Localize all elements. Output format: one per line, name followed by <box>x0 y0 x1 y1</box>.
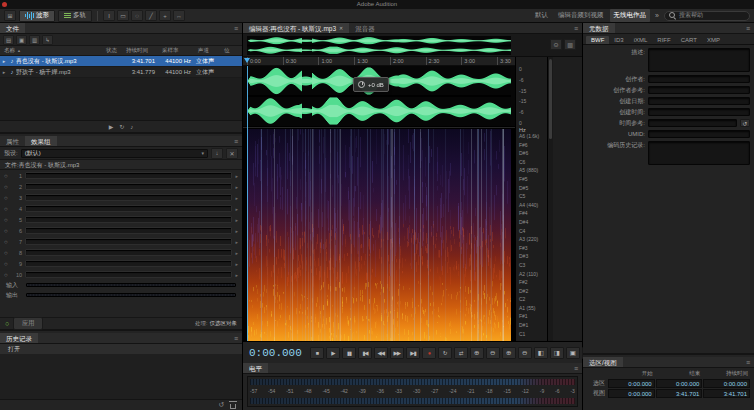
chevron-right-icon[interactable]: ▸ <box>235 261 238 267</box>
tab-selection-view[interactable]: 选区/视图 <box>583 357 623 367</box>
effect-slot-box[interactable] <box>25 205 232 212</box>
file-row[interactable]: ▸♪野孩子 - 杨千嬅.mp33:41.77944100 Hz立体声 <box>0 67 242 78</box>
file-autoplay-button[interactable]: ♪ <box>130 124 133 130</box>
column-header-status[interactable]: 状态 <box>102 47 122 54</box>
effect-slot-box[interactable] <box>25 216 232 223</box>
effect-slot[interactable]: ○1▸ <box>0 170 242 181</box>
waveform-display[interactable]: +0 dB <box>243 66 515 126</box>
effect-slot[interactable]: ○10▸ <box>0 269 242 280</box>
file-row[interactable]: ▸♪再也没有 - 耿斯汉.mp33:41.70144100 Hz立体声 <box>0 56 242 67</box>
tab-files[interactable]: 文件 <box>0 23 25 33</box>
insert-into-multitrack-icon[interactable]: ↳ <box>42 35 53 45</box>
paintbrush-selection-tool[interactable]: ╱ <box>145 10 157 21</box>
tab-mixer[interactable]: 混音器 <box>349 23 381 33</box>
stop-button[interactable]: ■ <box>310 347 324 359</box>
tab-metadata[interactable]: 元数据 <box>583 23 615 33</box>
metadata-tab-ixml[interactable]: iXML <box>629 36 653 44</box>
column-header-sample-rate[interactable]: 采样率 <box>158 47 194 54</box>
workspace-radio-production[interactable]: 无线电作品 <box>610 9 651 22</box>
effect-slot-box[interactable] <box>25 227 232 234</box>
disclosure-icon[interactable]: ▸ <box>0 69 8 75</box>
selection-time-value[interactable]: 0:00.000 <box>656 379 703 388</box>
tab-editor[interactable]: 编辑器:再也没有 - 耿斯汉.mp3✕ <box>243 23 349 33</box>
process-value-dropdown[interactable]: 仅选区对象 <box>210 320 238 327</box>
zoom-out-time-button[interactable]: ⊖ <box>486 347 500 359</box>
zoom-selection-left-button[interactable]: ◧ <box>534 347 548 359</box>
playhead-handle-icon[interactable] <box>244 58 250 63</box>
panel-menu-icon[interactable]: ≡ <box>742 23 754 33</box>
save-preset-icon[interactable]: ↓ <box>211 148 223 159</box>
effect-slot[interactable]: ○7▸ <box>0 236 242 247</box>
effect-slot-box[interactable] <box>25 194 232 201</box>
spectrogram-canvas[interactable] <box>247 129 511 341</box>
volume-knob-icon[interactable] <box>358 81 365 88</box>
tab-properties[interactable]: 属性 <box>0 136 25 146</box>
power-icon[interactable]: ○ <box>4 206 11 212</box>
power-icon[interactable]: ○ <box>4 261 11 267</box>
workspace-overflow-button[interactable]: » <box>653 12 661 19</box>
effect-slot[interactable]: ○2▸ <box>0 181 242 192</box>
chevron-right-icon[interactable]: ▸ <box>235 250 238 256</box>
workspace-default[interactable]: 默认 <box>531 9 552 22</box>
origination-date-field[interactable] <box>648 97 750 105</box>
view-time-value[interactable]: 3:41.701 <box>656 389 703 398</box>
rewind-button[interactable]: ◀◀ <box>374 347 388 359</box>
chevron-right-icon[interactable]: ▸ <box>235 272 238 278</box>
rack-power-toggle[interactable]: ○ <box>5 318 9 330</box>
reset-icon[interactable]: ↺ <box>740 119 750 127</box>
fast-forward-button[interactable]: ▶▶ <box>390 347 404 359</box>
metadata-tab-id3[interactable]: ID3 <box>609 36 628 44</box>
overview-settings-icon[interactable]: ▥ <box>564 39 576 50</box>
vertical-scale-ruler[interactable]: 0-6-15-15-60 Hz A6 (1.6k)F#6D#6C6A5 (880… <box>515 57 547 341</box>
panel-menu-icon[interactable]: ≡ <box>230 23 242 33</box>
zoom-out-amplitude-button[interactable]: ⊖ <box>518 347 532 359</box>
skip-forward-button[interactable]: ▶▮ <box>406 347 420 359</box>
chevron-right-icon[interactable]: ▸ <box>235 195 238 201</box>
view-time-value[interactable]: 0:00.000 <box>608 389 655 398</box>
chevron-right-icon[interactable]: ▸ <box>235 228 238 234</box>
umid-field[interactable] <box>648 130 750 138</box>
close-icon[interactable]: ✕ <box>339 23 343 33</box>
import-file-icon[interactable]: ▤ <box>3 35 14 45</box>
pause-button[interactable]: ▮▮ <box>342 347 356 359</box>
panel-menu-icon[interactable]: ≡ <box>570 23 582 33</box>
originator-reference-field[interactable] <box>648 86 750 94</box>
effect-slot[interactable]: ○8▸ <box>0 247 242 258</box>
effect-slot[interactable]: ○5▸ <box>0 214 242 225</box>
effect-slot-box[interactable] <box>25 172 232 179</box>
trash-icon[interactable] <box>230 404 236 409</box>
lasso-selection-tool[interactable]: ◌ <box>131 10 143 21</box>
volume-hud[interactable]: +0 dB <box>353 77 389 92</box>
waveform-canvas[interactable] <box>247 66 511 126</box>
metadata-tab-xmp[interactable]: XMP <box>702 36 725 44</box>
slip-tool[interactable]: ↔ <box>173 10 185 21</box>
overview-waveform-canvas[interactable] <box>247 36 511 55</box>
effect-slot[interactable]: ○9▸ <box>0 258 242 269</box>
skip-selection-button[interactable]: ⇄ <box>454 347 468 359</box>
spectral-display[interactable] <box>243 129 515 341</box>
tab-history[interactable]: 历史记录 <box>0 333 38 343</box>
multitrack-view-button[interactable]: 多轨 <box>58 10 92 22</box>
overview-range-icon[interactable]: ⊙ <box>550 39 562 50</box>
panel-menu-icon[interactable]: ≡ <box>570 363 582 373</box>
power-icon[interactable]: ○ <box>4 173 11 179</box>
marquee-selection-tool[interactable]: ▭ <box>117 10 129 21</box>
description-field[interactable] <box>648 48 750 72</box>
timeline-ruler[interactable]: 0:000:301:001:302:002:303:003:30 <box>243 57 515 66</box>
effect-slot-box[interactable] <box>25 238 232 245</box>
spot-healing-brush-tool[interactable]: + <box>159 10 171 21</box>
column-header-name[interactable]: 名称▲ <box>0 47 102 54</box>
file-play-button[interactable]: ▶ <box>109 123 114 130</box>
tab-effects-rack[interactable]: 效果组 <box>25 136 57 146</box>
column-header-channels[interactable]: 声道 <box>194 47 220 54</box>
power-icon[interactable]: ○ <box>4 228 11 234</box>
open-file-icon[interactable]: ▣ <box>16 35 27 45</box>
apps-grid-icon[interactable]: ⊞ <box>4 10 16 21</box>
effect-slot-box[interactable] <box>25 183 232 190</box>
originator-field[interactable] <box>648 75 750 83</box>
chevron-right-icon[interactable]: ▸ <box>235 239 238 245</box>
zoom-in-time-button[interactable]: ⊕ <box>470 347 484 359</box>
power-icon[interactable]: ○ <box>4 239 11 245</box>
zoom-in-amplitude-button[interactable]: ⊕ <box>502 347 516 359</box>
help-search-input[interactable]: 搜索帮助 <box>664 11 750 21</box>
